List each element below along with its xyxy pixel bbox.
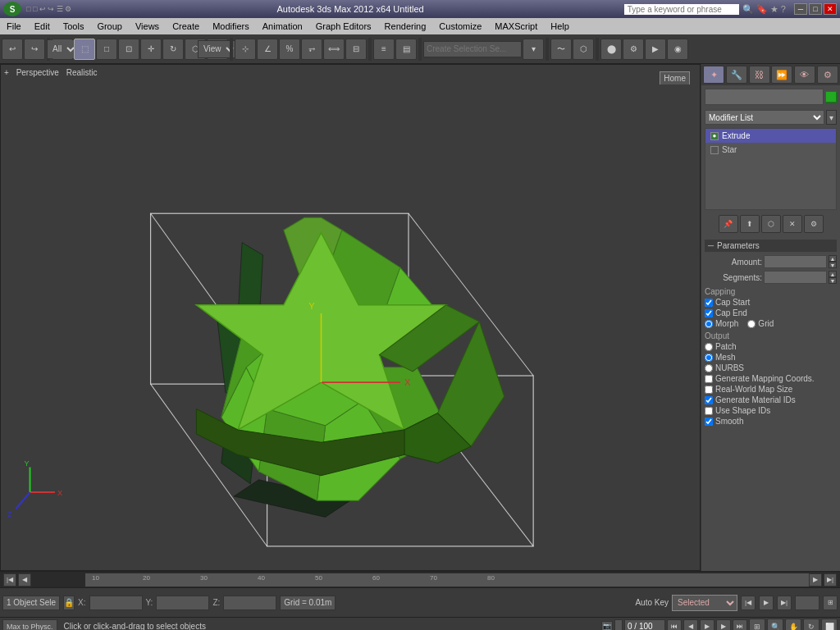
real-world-checkbox[interactable]: [705, 386, 713, 394]
y-coord-input[interactable]: -0.072m: [156, 596, 209, 610]
pb-play[interactable]: ▶: [700, 619, 714, 631]
tb-percent-snap[interactable]: %: [279, 39, 300, 60]
amount-spinner[interactable]: ▲ ▼: [829, 255, 837, 268]
menu-maxscript[interactable]: MAXScript: [488, 20, 544, 33]
amount-input[interactable]: 0.027m: [764, 255, 827, 268]
frame-number-input[interactable]: 0: [795, 596, 819, 610]
modifier-extrude[interactable]: ● Extrude: [705, 129, 836, 143]
menu-tools[interactable]: Tools: [57, 20, 91, 33]
amount-up[interactable]: ▲: [829, 255, 837, 262]
tb-mirror[interactable]: ⟺: [323, 39, 345, 60]
modifier-collapse-all[interactable]: ⬆: [740, 215, 760, 233]
menu-graph-editors[interactable]: Graph Editors: [309, 20, 378, 33]
grid-radio[interactable]: [747, 320, 756, 328]
segments-down[interactable]: ▼: [829, 277, 837, 284]
smooth-checkbox[interactable]: [705, 418, 713, 426]
create-selection-input[interactable]: [423, 41, 522, 57]
tb-select-by-name[interactable]: ⊡: [118, 39, 139, 60]
rp-tab-utilities[interactable]: ⚙: [817, 66, 838, 84]
tb-active-shade[interactable]: ◉: [667, 39, 688, 60]
cap-start-checkbox[interactable]: [705, 299, 713, 307]
tb-render-setup[interactable]: ⚙: [623, 39, 644, 60]
cap-end-checkbox[interactable]: [705, 309, 713, 317]
gen-mapping-checkbox[interactable]: [705, 375, 713, 383]
gen-material-checkbox[interactable]: [705, 396, 713, 404]
tl-next-btn[interactable]: ▶|: [777, 596, 792, 610]
tb-view-dropdown[interactable]: View: [207, 39, 228, 60]
pb-key-next[interactable]: ⏭: [733, 619, 747, 631]
key-mode-btn[interactable]: ⊞: [823, 596, 838, 610]
tb-material[interactable]: ⬤: [600, 39, 622, 60]
vp-arc-rotate[interactable]: ↻: [803, 619, 819, 631]
tb-schematic[interactable]: ⬡: [573, 39, 594, 60]
vp-maximize[interactable]: ⬜: [821, 619, 838, 631]
menu-views[interactable]: Views: [129, 20, 166, 33]
modifier-make-unique[interactable]: ⬡: [761, 215, 781, 233]
modifier-pin[interactable]: 📌: [719, 215, 738, 233]
select-filter-dropdown[interactable]: All: [48, 40, 77, 58]
maximize-button[interactable]: □: [809, 3, 822, 15]
vp-pan[interactable]: ✋: [785, 619, 801, 631]
close-button[interactable]: ✕: [824, 3, 837, 15]
tb-align[interactable]: ⊟: [345, 39, 367, 60]
menu-file[interactable]: File: [0, 20, 28, 33]
modifier-list-dropdown[interactable]: Modifier List: [705, 110, 824, 125]
animate-camera-btn[interactable]: 📷: [601, 621, 613, 631]
menu-modifiers[interactable]: Modifiers: [206, 20, 256, 33]
max-physc-button[interactable]: Max to Physc.: [2, 619, 57, 631]
menu-group[interactable]: Group: [90, 20, 129, 33]
menu-help[interactable]: Help: [544, 20, 576, 33]
modifier-list-arrow[interactable]: ▾: [826, 110, 837, 125]
pb-prev[interactable]: ◀: [683, 619, 698, 631]
rp-tab-motion[interactable]: ⏩: [771, 66, 792, 84]
timeline-frame-input[interactable]: [624, 619, 665, 631]
search-input[interactable]: [624, 4, 739, 15]
vp-zoom[interactable]: 🔍: [767, 619, 783, 631]
segments-spinner[interactable]: ▲ ▼: [829, 271, 837, 284]
tb-angle-snap[interactable]: ∠: [257, 39, 278, 60]
tb-select[interactable]: ⬚: [74, 39, 95, 60]
menu-customize[interactable]: Customize: [432, 20, 488, 33]
modifier-star[interactable]: Star: [705, 143, 836, 157]
object-color-swatch[interactable]: [825, 91, 837, 103]
tb-select-filter[interactable]: All: [52, 39, 73, 60]
segments-input[interactable]: 1: [764, 271, 827, 284]
segments-up[interactable]: ▲: [829, 271, 837, 277]
tb-render[interactable]: ▶: [645, 39, 666, 60]
z-coord-input[interactable]: 0.0m: [223, 596, 276, 610]
pb-key-prev[interactable]: ⏮: [667, 619, 682, 631]
tl-play-back[interactable]: ◀: [18, 573, 31, 587]
lock-button[interactable]: 🔒: [63, 596, 75, 610]
tl-play-btn[interactable]: ▶: [759, 596, 774, 610]
viewport[interactable]: + Perspective Realistic Home: [0, 64, 701, 571]
autokey-select[interactable]: Selected: [672, 595, 737, 611]
menu-edit[interactable]: Edit: [28, 20, 57, 33]
amount-down[interactable]: ▼: [829, 262, 837, 268]
tb-selection-sets[interactable]: ▾: [523, 39, 544, 60]
tl-prev-key[interactable]: |◀: [3, 573, 16, 587]
rp-tab-display[interactable]: 👁: [794, 66, 815, 84]
menu-animation[interactable]: Animation: [256, 20, 309, 33]
modifier-configure[interactable]: ⚙: [804, 215, 824, 233]
menu-rendering[interactable]: Rendering: [378, 20, 433, 33]
add-time-tag-button[interactable]: [614, 619, 623, 631]
vp-zoom-all[interactable]: ⊞: [749, 619, 765, 631]
x-coord-input[interactable]: -0.077m: [89, 596, 143, 610]
mesh-radio[interactable]: [705, 354, 713, 362]
tb-curve-editor[interactable]: 〜: [550, 39, 572, 60]
tb-layer[interactable]: ≡: [373, 39, 395, 60]
use-shape-checkbox[interactable]: [705, 407, 713, 415]
minimize-button[interactable]: ─: [794, 3, 807, 15]
modifier-remove[interactable]: ✕: [783, 215, 802, 233]
tb-move[interactable]: ✛: [140, 39, 162, 60]
rp-tab-create[interactable]: ✦: [703, 66, 724, 84]
rp-tab-modify[interactable]: 🔧: [726, 66, 747, 84]
tb-ribbon[interactable]: ▤: [395, 39, 417, 60]
tl-next-key[interactable]: ▶|: [824, 573, 837, 587]
rp-tab-hierarchy[interactable]: ⛓: [749, 66, 770, 84]
timeline-ruler[interactable]: 10 20 30 40 50 60 70 80: [85, 573, 809, 587]
parameters-header[interactable]: ─ Parameters: [705, 240, 837, 252]
patch-radio[interactable]: [705, 343, 713, 351]
nurbs-radio[interactable]: [705, 364, 713, 372]
modifier-star-visibility[interactable]: [710, 146, 719, 154]
